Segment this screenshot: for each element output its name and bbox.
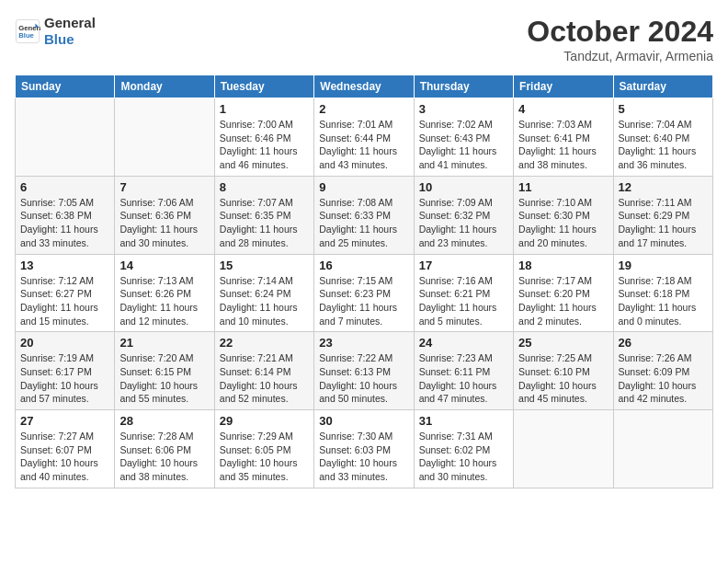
empty-cell [514,410,613,488]
day-number: 10 [419,180,508,194]
day-cell-25: 25Sunrise: 7:25 AM Sunset: 6:10 PM Dayli… [514,332,613,410]
day-info: Sunrise: 7:11 AM Sunset: 6:29 PM Dayligh… [619,196,708,250]
header-wednesday: Wednesday [314,75,414,98]
day-number: 16 [319,259,408,272]
calendar-table: SundayMondayTuesdayWednesdayThursdayFrid… [15,75,713,488]
logo-general: General [44,15,96,31]
day-cell-13: 13Sunrise: 7:12 AM Sunset: 6:27 PM Dayli… [16,254,115,332]
day-info: Sunrise: 7:20 AM Sunset: 6:15 PM Dayligh… [119,351,209,406]
day-number: 29 [220,414,309,428]
day-info: Sunrise: 7:08 AM Sunset: 6:33 PM Dayligh… [319,196,408,250]
day-number: 31 [419,414,508,428]
week-row-4: 20Sunrise: 7:19 AM Sunset: 6:17 PM Dayli… [16,332,713,410]
day-number: 13 [20,259,109,272]
day-cell-19: 19Sunrise: 7:18 AM Sunset: 6:18 PM Dayli… [613,254,712,332]
day-info: Sunrise: 7:02 AM Sunset: 6:43 PM Dayligh… [419,118,508,172]
day-cell-2: 2Sunrise: 7:01 AM Sunset: 6:44 PM Daylig… [314,98,414,177]
header-friday: Friday [514,75,613,98]
week-row-5: 27Sunrise: 7:27 AM Sunset: 6:07 PM Dayli… [16,410,713,488]
day-cell-30: 30Sunrise: 7:30 AM Sunset: 6:03 PM Dayli… [314,410,414,488]
day-cell-15: 15Sunrise: 7:14 AM Sunset: 6:24 PM Dayli… [214,254,313,332]
day-number: 27 [20,414,109,428]
day-info: Sunrise: 7:21 AM Sunset: 6:14 PM Dayligh… [220,351,309,406]
day-cell-12: 12Sunrise: 7:11 AM Sunset: 6:29 PM Dayli… [613,176,712,254]
day-info: Sunrise: 7:29 AM Sunset: 6:05 PM Dayligh… [220,430,309,484]
day-info: Sunrise: 7:22 AM Sunset: 6:13 PM Dayligh… [319,351,408,406]
header-sunday: Sunday [16,75,115,98]
day-info: Sunrise: 7:14 AM Sunset: 6:24 PM Dayligh… [220,274,309,328]
header-tuesday: Tuesday [214,75,313,98]
day-info: Sunrise: 7:04 AM Sunset: 6:40 PM Dayligh… [619,118,708,172]
title-area: October 2024 Tandzut, Armavir, Armenia [527,15,713,63]
empty-cell [115,98,214,177]
day-info: Sunrise: 7:12 AM Sunset: 6:27 PM Dayligh… [20,274,109,328]
day-number: 22 [220,336,309,350]
day-info: Sunrise: 7:30 AM Sunset: 6:03 PM Dayligh… [319,430,408,484]
day-info: Sunrise: 7:05 AM Sunset: 6:38 PM Dayligh… [20,196,109,250]
day-number: 5 [619,102,708,116]
day-cell-11: 11Sunrise: 7:10 AM Sunset: 6:30 PM Dayli… [514,176,613,254]
day-cell-18: 18Sunrise: 7:17 AM Sunset: 6:20 PM Dayli… [514,254,613,332]
day-number: 1 [220,102,309,116]
day-number: 9 [319,180,408,194]
svg-text:General: General [18,24,40,32]
header: General Blue General Blue October 2024 T… [15,15,713,63]
day-cell-16: 16Sunrise: 7:15 AM Sunset: 6:23 PM Dayli… [314,254,414,332]
day-cell-10: 10Sunrise: 7:09 AM Sunset: 6:32 PM Dayli… [414,176,513,254]
day-cell-1: 1Sunrise: 7:00 AM Sunset: 6:46 PM Daylig… [214,98,313,177]
day-number: 26 [619,336,708,350]
day-cell-27: 27Sunrise: 7:27 AM Sunset: 6:07 PM Dayli… [16,410,115,488]
day-cell-8: 8Sunrise: 7:07 AM Sunset: 6:35 PM Daylig… [214,176,313,254]
day-info: Sunrise: 7:23 AM Sunset: 6:11 PM Dayligh… [419,351,508,406]
day-number: 15 [220,259,309,272]
day-number: 21 [119,336,209,350]
header-thursday: Thursday [414,75,513,98]
day-info: Sunrise: 7:28 AM Sunset: 6:06 PM Dayligh… [119,430,209,484]
day-cell-14: 14Sunrise: 7:13 AM Sunset: 6:26 PM Dayli… [115,254,214,332]
day-cell-9: 9Sunrise: 7:08 AM Sunset: 6:33 PM Daylig… [314,176,414,254]
day-cell-23: 23Sunrise: 7:22 AM Sunset: 6:13 PM Dayli… [314,332,414,410]
day-info: Sunrise: 7:18 AM Sunset: 6:18 PM Dayligh… [619,274,708,328]
day-info: Sunrise: 7:15 AM Sunset: 6:23 PM Dayligh… [319,274,408,328]
day-info: Sunrise: 7:09 AM Sunset: 6:32 PM Dayligh… [419,196,508,250]
month-title: October 2024 [527,15,713,49]
day-cell-26: 26Sunrise: 7:26 AM Sunset: 6:09 PM Dayli… [613,332,712,410]
day-number: 28 [119,414,209,428]
day-number: 4 [518,102,608,116]
day-info: Sunrise: 7:31 AM Sunset: 6:02 PM Dayligh… [419,430,508,484]
day-cell-5: 5Sunrise: 7:04 AM Sunset: 6:40 PM Daylig… [613,98,712,177]
day-cell-21: 21Sunrise: 7:20 AM Sunset: 6:15 PM Dayli… [115,332,214,410]
day-info: Sunrise: 7:16 AM Sunset: 6:21 PM Dayligh… [419,274,508,328]
day-number: 25 [518,336,608,350]
day-cell-22: 22Sunrise: 7:21 AM Sunset: 6:14 PM Dayli… [214,332,313,410]
day-info: Sunrise: 7:00 AM Sunset: 6:46 PM Dayligh… [220,118,309,172]
svg-text:Blue: Blue [18,31,34,40]
day-info: Sunrise: 7:13 AM Sunset: 6:26 PM Dayligh… [119,274,209,328]
day-number: 2 [319,102,408,116]
day-info: Sunrise: 7:03 AM Sunset: 6:41 PM Dayligh… [518,118,608,172]
day-info: Sunrise: 7:25 AM Sunset: 6:10 PM Dayligh… [518,351,608,406]
day-number: 24 [419,336,508,350]
day-cell-24: 24Sunrise: 7:23 AM Sunset: 6:11 PM Dayli… [414,332,513,410]
week-row-3: 13Sunrise: 7:12 AM Sunset: 6:27 PM Dayli… [16,254,713,332]
day-info: Sunrise: 7:26 AM Sunset: 6:09 PM Dayligh… [619,351,708,406]
logo: General Blue General Blue [15,15,96,48]
logo-icon: General Blue [15,18,40,44]
day-info: Sunrise: 7:07 AM Sunset: 6:35 PM Dayligh… [220,196,309,250]
week-row-2: 6Sunrise: 7:05 AM Sunset: 6:38 PM Daylig… [16,176,713,254]
day-info: Sunrise: 7:01 AM Sunset: 6:44 PM Dayligh… [319,118,408,172]
day-info: Sunrise: 7:10 AM Sunset: 6:30 PM Dayligh… [518,196,608,250]
day-info: Sunrise: 7:27 AM Sunset: 6:07 PM Dayligh… [20,430,109,484]
day-number: 18 [518,259,608,272]
header-saturday: Saturday [613,75,712,98]
day-cell-31: 31Sunrise: 7:31 AM Sunset: 6:02 PM Dayli… [414,410,513,488]
empty-cell [16,98,115,177]
day-number: 12 [619,180,708,194]
day-number: 7 [119,180,209,194]
day-cell-4: 4Sunrise: 7:03 AM Sunset: 6:41 PM Daylig… [514,98,613,177]
day-number: 8 [220,180,309,194]
day-number: 30 [319,414,408,428]
day-cell-3: 3Sunrise: 7:02 AM Sunset: 6:43 PM Daylig… [414,98,513,177]
day-number: 20 [20,336,109,350]
day-number: 3 [419,102,508,116]
